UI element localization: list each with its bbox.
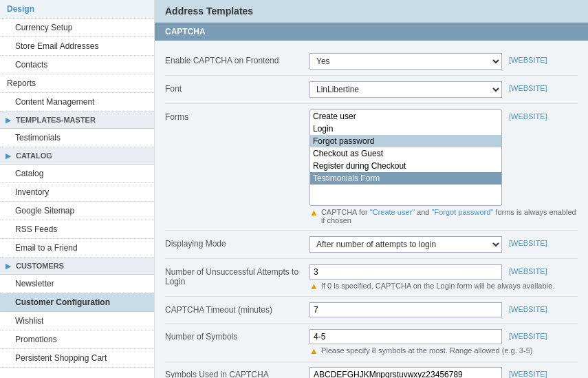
field-captcha-timeout: CAPTCHA Timeout (minutes) [WEBSITE]	[165, 297, 578, 324]
label-symbols-used: Symbols Used in CAPTCHA	[165, 367, 309, 378]
hint-icon: ▲	[309, 208, 318, 217]
sidebar-item-contacts[interactable]: Contacts	[0, 56, 154, 74]
sidebar-item-content-management[interactable]: Content Management	[0, 93, 154, 112]
hint-unsuccessful-attempts: ▲ If 0 is specified, CAPTCHA on the Logi…	[309, 282, 554, 291]
website-label-captcha-timeout[interactable]: [WEBSITE]	[509, 302, 547, 313]
sidebar: Design Currency Setup Store Email Addres…	[0, 0, 155, 378]
website-label-font[interactable]: [WEBSITE]	[509, 81, 547, 92]
section-header-templates-master[interactable]: ▶ TEMPLATES-MASTER	[0, 112, 154, 129]
sidebar-item-inventory[interactable]: Inventory	[0, 183, 154, 202]
main-content: Address Templates CAPTCHA Enable CAPTCHA…	[155, 0, 588, 378]
website-label-displaying-mode[interactable]: [WEBSITE]	[509, 236, 547, 247]
content-area: Enable CAPTCHA on Frontend Yes No [WEBSI…	[155, 41, 588, 378]
hint-icon: ▲	[309, 346, 318, 355]
field-symbols-used: Symbols Used in CAPTCHA [WEBSITE]	[165, 361, 578, 378]
arrow-icon: ▶	[6, 262, 12, 269]
sidebar-item-currency-setup[interactable]: Currency Setup	[0, 19, 154, 37]
hint-number-of-symbols: ▲ Please specify 8 symbols at the most. …	[309, 346, 532, 355]
select-font[interactable]: LinLibertine	[309, 81, 502, 98]
sidebar-item-catalog[interactable]: Catalog	[0, 165, 154, 183]
page-title: Address Templates	[155, 0, 588, 23]
arrow-icon: ▶	[6, 116, 12, 123]
sidebar-item-testimonials[interactable]: Testimonials	[0, 129, 154, 147]
website-label-symbols-used[interactable]: [WEBSITE]	[509, 367, 547, 378]
sidebar-item-customer-configuration[interactable]: Customer Configuration	[0, 293, 154, 312]
select-displaying-mode[interactable]: After number of attempts to login Always	[309, 236, 502, 253]
field-unsuccessful-attempts: Number of Unsuccessful Attempts to Login…	[165, 259, 578, 297]
sidebar-item-rss-feeds[interactable]: RSS Feeds	[0, 220, 154, 239]
label-unsuccessful-attempts: Number of Unsuccessful Attempts to Login	[165, 264, 309, 286]
label-forms: Forms	[165, 109, 309, 122]
website-label-enable-captcha[interactable]: [WEBSITE]	[509, 53, 547, 64]
hint-icon: ▲	[309, 282, 318, 291]
select-forms[interactable]: Create user Login Forgot password Checko…	[309, 109, 502, 206]
field-font: Font LinLibertine [WEBSITE]	[165, 76, 578, 104]
sidebar-item-persistent-shopping-cart[interactable]: Persistent Shopping Cart	[0, 349, 154, 368]
field-displaying-mode: Displaying Mode After number of attempts…	[165, 231, 578, 259]
arrow-icon: ▶	[6, 152, 12, 159]
website-label-forms[interactable]: [WEBSITE]	[509, 109, 547, 120]
label-captcha-timeout: CAPTCHA Timeout (minutes)	[165, 302, 309, 315]
sidebar-item-google-sitemap[interactable]: Google Sitemap	[0, 202, 154, 220]
input-unsuccessful-attempts[interactable]	[309, 264, 502, 280]
input-number-of-symbols[interactable]	[309, 329, 502, 344]
sidebar-item-email-to-a-friend[interactable]: Email to a Friend	[0, 239, 154, 258]
label-number-of-symbols: Number of Symbols	[165, 329, 309, 342]
sidebar-item-wishlist[interactable]: Wishlist	[0, 312, 154, 330]
section-header-catalog[interactable]: ▶ CATALOG	[0, 147, 154, 165]
section-header: CAPTCHA	[155, 23, 588, 41]
hint-forms: ▲ CAPTCHA for "Create user" and "Forgot …	[309, 208, 578, 224]
select-enable-captcha[interactable]: Yes No	[309, 53, 502, 70]
field-enable-captcha: Enable CAPTCHA on Frontend Yes No [WEBSI…	[165, 48, 578, 76]
sidebar-item-promotions[interactable]: Promotions	[0, 330, 154, 349]
sidebar-item-store-email-addresses[interactable]: Store Email Addresses	[0, 37, 154, 56]
website-label-number-of-symbols[interactable]: [WEBSITE]	[509, 329, 547, 340]
input-captcha-timeout[interactable]	[309, 302, 502, 317]
label-font: Font	[165, 81, 309, 94]
field-number-of-symbols: Number of Symbols [WEBSITE] ▲ Please spe…	[165, 324, 578, 361]
field-forms: Forms Create user Login Forgot password …	[165, 104, 578, 231]
label-displaying-mode: Displaying Mode	[165, 236, 309, 249]
website-label-unsuccessful-attempts[interactable]: [WEBSITE]	[509, 264, 547, 275]
input-symbols-used[interactable]	[309, 367, 502, 378]
sidebar-item-reports[interactable]: Reports	[0, 74, 154, 93]
sidebar-item-design[interactable]: Design	[0, 0, 154, 19]
section-header-customers[interactable]: ▶ CUSTOMERS	[0, 258, 154, 275]
sidebar-item-newsletter[interactable]: Newsletter	[0, 275, 154, 293]
label-enable-captcha: Enable CAPTCHA on Frontend	[165, 53, 309, 65]
